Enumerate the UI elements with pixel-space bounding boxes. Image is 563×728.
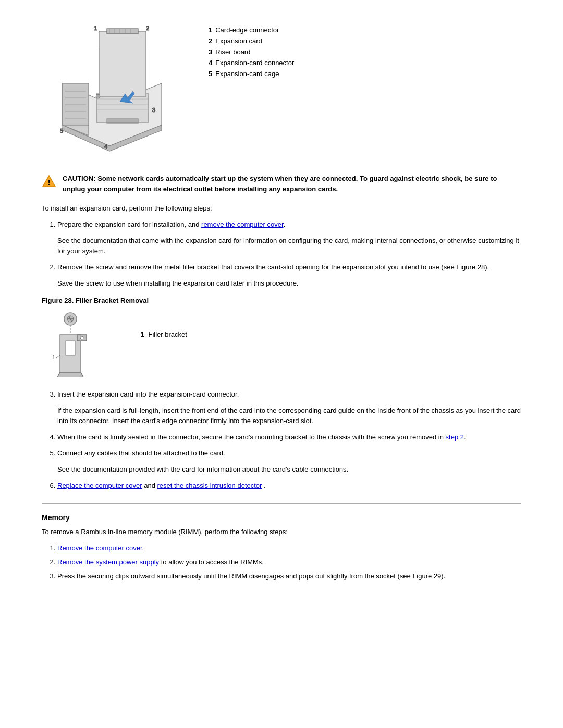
svg-text:1: 1	[94, 25, 97, 31]
svg-marker-40	[57, 372, 83, 377]
remove-cover-link-memory[interactable]: Remove the computer cover	[57, 544, 142, 552]
memory-step-2: Remove the system power supply to allow …	[57, 557, 521, 568]
svg-text:3: 3	[152, 107, 155, 113]
step-6: Replace the computer cover and reset the…	[57, 480, 521, 491]
caution-text: CAUTION: Some network cards automaticall…	[63, 174, 521, 194]
expansion-card-svg: 2 1 3 5 4	[42, 21, 177, 156]
figure-28-section: 1 1 Filler bracket	[42, 310, 521, 379]
bracket-image: 1	[42, 310, 109, 379]
svg-point-39	[80, 336, 83, 339]
step-4: When the card is firmly seated in the co…	[57, 432, 521, 443]
step-5: Connect any cables that should be attach…	[57, 448, 521, 459]
step2-link[interactable]: step 2	[446, 433, 464, 441]
label-item-1: 1Card-edge connector	[209, 26, 294, 34]
svg-text:4: 4	[104, 143, 107, 150]
caution-icon: !	[42, 174, 56, 190]
label-item-4: 4Expansion-card connector	[209, 59, 294, 67]
memory-steps-list: Remove the computer cover. Remove the sy…	[57, 543, 521, 582]
label-list: 1Card-edge connector 2Expansion card 3Ri…	[209, 21, 294, 78]
step-2: Remove the screw and remove the metal fi…	[57, 262, 521, 273]
svg-line-42	[56, 355, 60, 358]
figure-28-caption: Figure 28. Filler Bracket Removal	[42, 297, 521, 304]
step-5-sub: See the documentation provided with the …	[57, 464, 521, 475]
steps-list: Prepare the expansion card for installat…	[57, 219, 521, 230]
label-item-5: 5Expansion-card cage	[209, 70, 294, 78]
step-3: Insert the expansion card into the expan…	[57, 389, 521, 400]
svg-text:!: !	[48, 178, 51, 187]
intro-text: To install an expansion card, perform th…	[42, 203, 521, 214]
figure-top-section: 2 1 3 5 4 1Card-edge connector 2Expansio…	[42, 21, 521, 158]
remove-cover-link-1[interactable]: remove the computer cover	[201, 220, 284, 228]
step-2-sub: Save the screw to use when installing th…	[57, 278, 521, 289]
memory-step-1: Remove the computer cover.	[57, 543, 521, 554]
bracket-svg: 1	[42, 310, 99, 377]
expansion-card-diagram: 2 1 3 5 4	[42, 21, 188, 158]
step-1: Prepare the expansion card for installat…	[57, 219, 521, 230]
step-1-sub: See the documentation that came with the…	[57, 236, 521, 257]
svg-rect-2	[63, 83, 89, 125]
figure-28-labels: 1 Filler bracket	[141, 310, 187, 338]
svg-rect-38	[66, 341, 75, 355]
svg-text:2: 2	[146, 25, 149, 31]
caution-box: ! CAUTION: Some network cards automatica…	[42, 174, 521, 194]
svg-rect-14	[99, 31, 146, 96]
figure-top-labels: 1Card-edge connector 2Expansion card 3Ri…	[209, 21, 294, 81]
steps-list-2: Remove the screw and remove the metal fi…	[57, 262, 521, 273]
steps-list-6: Replace the computer cover and reset the…	[57, 480, 521, 491]
step-3-sub: If the expansion card is full-length, in…	[57, 405, 521, 427]
steps-list-5: Connect any cables that should be attach…	[57, 448, 521, 459]
memory-intro: To remove a Rambus in-line memory module…	[42, 527, 521, 538]
warning-triangle-icon: !	[42, 174, 56, 189]
section-divider	[42, 503, 521, 504]
remove-power-supply-link[interactable]: Remove the system power supply	[57, 558, 159, 566]
svg-rect-15	[107, 29, 138, 34]
svg-text:1: 1	[52, 354, 55, 360]
replace-cover-link[interactable]: Replace the computer cover	[57, 482, 142, 489]
svg-rect-27	[107, 119, 138, 123]
memory-heading: Memory	[42, 513, 521, 522]
svg-point-28	[96, 94, 100, 98]
steps-list-3: Insert the expansion card into the expan…	[57, 389, 521, 400]
steps-list-4: When the card is firmly seated in the co…	[57, 432, 521, 443]
svg-text:5: 5	[60, 128, 63, 134]
memory-step-3: Press the securing clips outward simulta…	[57, 571, 521, 582]
label-item-2: 2Expansion card	[209, 37, 294, 45]
label-item-3: 3Riser board	[209, 48, 294, 56]
reset-intrusion-link[interactable]: reset the chassis intrusion detector	[157, 482, 262, 489]
